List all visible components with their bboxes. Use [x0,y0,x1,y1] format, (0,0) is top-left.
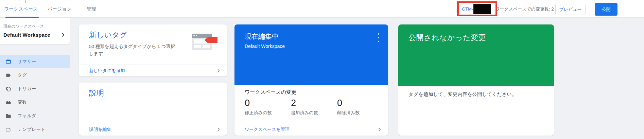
description-card: 説明 説明を編集 [79,83,227,136]
trigger-icon [5,85,12,92]
sidebar-item-folders[interactable]: フォルダ [0,109,70,123]
stat-label: 削除済み数 [337,110,383,116]
sidebar-item-variables[interactable]: 変数 [0,95,70,109]
chevron-right-icon [215,126,222,134]
browser-window-with-red-tag-icon [191,32,220,54]
stat-label: 修正済みの数 [245,110,291,116]
unpublished-changes-header: 公開されなかった変更 [398,24,554,86]
stat-value: 2 [291,98,337,108]
edit-description-row[interactable]: 説明を編集 [79,123,227,136]
new-tag-card: 新しいタグ 50 種類を超えるタグタイプから 1 つ選択します 新しいタグを追加 [79,24,227,76]
sidebar-item-tags[interactable]: タグ [0,68,70,82]
manage-workspace-row[interactable]: ワークスペースを管理 [234,123,388,136]
sidebar-item-label: タグ [18,72,27,78]
redacted-container-id [473,4,491,14]
tab-workspace[interactable]: ワークスペース [4,0,38,18]
summary-icon [5,58,12,65]
current-workspace-label: 現在のワークスペース [3,24,44,29]
sidebar-item-label: 変数 [18,99,27,105]
gtm-workspace-screen: ワークスペース バージョン 管理 ワークスペースでの変更数: 2 GTM- プレ… [0,0,644,139]
tab-versions[interactable]: バージョン [48,0,72,18]
sidebar-item-label: トリガー [18,86,36,92]
tab-admin[interactable]: 管理 [87,0,96,18]
now-editing-title: 現在編集中 [245,32,279,41]
chevron-right-icon [215,68,222,75]
chevron-right-icon [377,126,383,134]
workspace-change-stats: 0 修正済みの数 2 追加済みの数 0 削除済み数 [245,98,383,116]
workspace-selector[interactable]: Default Workspace [3,32,66,38]
more-options-icon[interactable] [376,33,381,42]
stat-value: 0 [337,98,383,108]
manage-workspace-link[interactable]: ワークスペースを管理 [245,123,290,136]
now-editing-workspace-name: Default Workspace [245,44,285,49]
unpublished-changes-title: 公開されなかった変更 [408,33,486,43]
sidebar-item-templates[interactable]: テンプレート [0,123,70,136]
sidebar-item-summary[interactable]: サマリー [0,55,70,68]
sidebar-item-triggers[interactable]: トリガー [0,82,70,95]
now-editing-card: 現在編集中 Default Workspace ワークスペースの変更 0 修正済… [234,24,388,136]
chevron-right-icon [60,32,66,37]
add-new-tag-row[interactable]: 新しいタグを追加 [79,65,227,76]
now-editing-header: 現在編集中 Default Workspace [234,24,388,85]
stat-added: 2 追加済みの数 [291,98,337,116]
workspace-name: Default Workspace [3,32,50,38]
new-tag-title-link[interactable]: 新しいタグ [89,30,127,40]
sidebar-item-label: サマリー [18,58,36,65]
red-annotation-box: GTM- [457,1,497,16]
variable-icon [5,99,12,106]
current-workspace-panel: 現在のワークスペース Default Workspace [0,18,70,45]
add-new-tag-link[interactable]: 新しいタグを追加 [89,65,125,76]
stat-label: 追加済みの数 [291,110,337,116]
stat-value: 0 [245,98,291,108]
edit-description-link[interactable]: 説明を編集 [89,123,111,136]
workspace-changes-title: ワークスペースの変更 [245,89,296,95]
publish-button[interactable]: 公開 [595,3,617,16]
description-title-link[interactable]: 説明 [89,88,104,98]
top-navigation-bar: ワークスペース バージョン 管理 ワークスペースでの変更数: 2 GTM- プレ… [0,0,644,18]
stat-deleted: 0 削除済み数 [337,98,383,116]
template-icon [5,126,12,133]
container-id-link[interactable]: GTM- [462,6,473,12]
unpublished-changes-hint: タグを追加して、変更内容を公開してください。 [408,91,517,98]
workspace-changes-count: ワークスペースでの変更数: 2 [495,0,554,18]
new-tag-description: 50 種類を超えるタグタイプから 1 つ選択します [89,43,178,57]
folder-icon [5,112,12,119]
sidebar-item-label: テンプレート [18,126,46,133]
sidebar-item-label: フォルダ [18,113,36,119]
preview-button[interactable]: プレビュー [555,4,586,15]
stat-modified: 0 修正済みの数 [245,98,291,116]
tag-icon [5,72,12,79]
unpublished-changes-card: 公開されなかった変更 タグを追加して、変更内容を公開してください。 [398,24,554,136]
